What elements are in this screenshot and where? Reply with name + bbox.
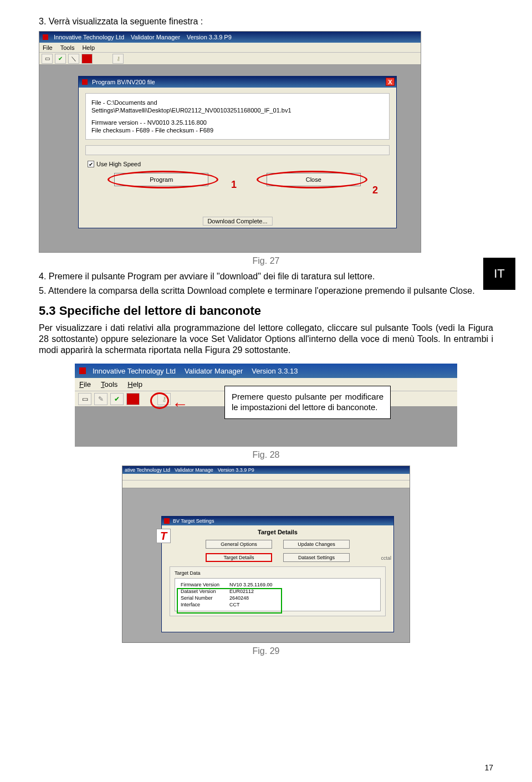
fig29-toolbar bbox=[122, 481, 410, 488]
fig29-target-title: BV Target Settings bbox=[173, 518, 214, 524]
menu-help[interactable]: Help bbox=[82, 44, 95, 51]
use-high-speed-checkbox[interactable]: ✔ bbox=[88, 161, 94, 167]
fig28-red-circle bbox=[150, 392, 169, 409]
toolbar-btn-4[interactable] bbox=[81, 54, 93, 64]
file-info-group: File - C:\Documents and Settings\P.Matta… bbox=[85, 93, 390, 140]
toolbar-btn-2[interactable]: ✔ bbox=[55, 54, 66, 64]
checksum-line: File checksum - F689 - File checksum - F… bbox=[91, 127, 383, 134]
fig28-titlebar: Innovative Technology Ltd Validator Mana… bbox=[75, 364, 457, 378]
fig27-title-company: Innovative Technology Ltd bbox=[54, 34, 124, 40]
figure-27-caption: Fig. 27 bbox=[39, 256, 493, 266]
fig28-menu-help[interactable]: Help bbox=[127, 380, 142, 389]
fig28-toolbtn-3-check-icon[interactable]: ✔ bbox=[110, 393, 124, 405]
empty-group bbox=[85, 145, 390, 155]
fig29-title-company: ative Technology Ltd bbox=[125, 467, 170, 473]
toolbar-btn-3[interactable]: ＼ bbox=[68, 54, 79, 64]
fig28-title-company: Innovative Technology Ltd bbox=[93, 367, 176, 375]
fig27-titlebar: Innovative Technology Ltd Validator Mana… bbox=[39, 32, 421, 43]
step-5: 5. Attendere la comparsa della scritta D… bbox=[51, 286, 493, 296]
fig27-title-app: Validator Manager bbox=[131, 34, 180, 40]
row-fw-key: Firmware Version bbox=[181, 582, 228, 587]
fig28-menu-tools[interactable]: Tools bbox=[101, 380, 117, 389]
fig28-title-version: Version 3.3.13 bbox=[252, 367, 298, 375]
file-line-2: Settings\P.Mattavelli\Desktop\EUR02112_N… bbox=[91, 107, 383, 114]
fig29-heading: Target Details bbox=[162, 529, 393, 535]
firmware-line: Firmware version - - NV0010 3.25.116.800 bbox=[91, 119, 383, 126]
use-high-speed-row: ✔ Use High Speed bbox=[88, 161, 387, 167]
close-icon[interactable]: X bbox=[386, 78, 395, 86]
fig27-inner-dialog: Program BV/NV200 file X File - C:\Docume… bbox=[78, 76, 397, 228]
use-high-speed-label: Use High Speed bbox=[96, 161, 141, 167]
figure-28-caption: Fig. 28 bbox=[39, 450, 493, 460]
download-complete-label: Download Complete... bbox=[202, 217, 272, 226]
figure-28-screenshot: Innovative Technology Ltd Validator Mana… bbox=[75, 364, 457, 447]
figure-27-screenshot: Innovative Technology Ltd Validator Mana… bbox=[39, 31, 421, 253]
figure-29-screenshot: ative Technology Ltd Validator Manage Ve… bbox=[122, 466, 410, 643]
fig27-title-version: Version 3.3.9 P9 bbox=[187, 34, 232, 40]
step-4-pre: 4. Premere il pulsante bbox=[39, 272, 127, 281]
step-4-program-word: Program bbox=[127, 272, 161, 281]
menu-file[interactable]: File bbox=[43, 44, 53, 51]
fig28-app-icon bbox=[79, 367, 86, 374]
fig29-target-titlebar: BV Target Settings bbox=[162, 517, 393, 525]
row-fw-val: NV10 3.25.1169.00 bbox=[229, 582, 282, 587]
fig29-tabrow-2: Target Details Dataset Settings bbox=[162, 553, 393, 562]
file-line-1: File - C:\Documents and bbox=[91, 99, 383, 106]
tab-general-options[interactable]: General Options bbox=[206, 540, 272, 549]
fig29-title-app: Validator Manage bbox=[175, 467, 213, 473]
figure-29-caption: Fig. 29 bbox=[39, 646, 493, 656]
section-5-3-heading: 5.3 Specifiche del lettore di banconote bbox=[39, 304, 493, 318]
fig29-tabrow-1: General Options Update Changes bbox=[162, 540, 393, 549]
language-badge: IT bbox=[483, 258, 515, 290]
fig29-title-version: Version 3.3.9 P9 bbox=[218, 467, 254, 473]
section-5-3-paragraph: Per visualizzare i dati relativi alla pr… bbox=[39, 323, 493, 356]
step-3: 3. Verrà visualizzata la seguente finest… bbox=[39, 17, 493, 27]
menu-tools[interactable]: Tools bbox=[60, 44, 75, 51]
red-circle-2 bbox=[257, 171, 367, 188]
fig27-inner-title: Program BV/NV200 file bbox=[92, 79, 155, 85]
red-circle-1 bbox=[108, 171, 218, 188]
tab-cctalk-cutoff: cctal bbox=[381, 555, 391, 561]
toolbar-btn-1[interactable]: ▭ bbox=[42, 54, 53, 64]
target-data-group-title: Target Data bbox=[175, 570, 381, 576]
fig28-menu-file[interactable]: File bbox=[79, 380, 91, 389]
button-row: Program Close bbox=[85, 173, 390, 186]
fig27-menubar: File Tools Help bbox=[39, 43, 421, 53]
app-icon bbox=[43, 34, 48, 40]
step-4: 4. Premere il pulsante Program per avvia… bbox=[39, 272, 493, 282]
step-4-post: per avviare il "download" dei file di ta… bbox=[161, 272, 375, 281]
fig27-inner-titlebar: Program BV/NV200 file X bbox=[79, 76, 396, 88]
fig28-toolbtn-4-tools-icon[interactable] bbox=[126, 393, 140, 405]
fig29-dialog-icon bbox=[164, 518, 170, 524]
fig28-title-app: Validator Manager bbox=[185, 367, 243, 375]
annotation-number-2: 2 bbox=[372, 185, 378, 196]
fig28-toolbtn-1[interactable]: ▭ bbox=[78, 393, 91, 405]
tab-target-details[interactable]: Target Details bbox=[206, 553, 272, 562]
tab-dataset-settings[interactable]: Dataset Settings bbox=[283, 553, 350, 562]
page-number: 17 bbox=[484, 763, 493, 772]
red-t-logo-icon: T bbox=[156, 529, 171, 543]
annotation-number-1: 1 bbox=[231, 179, 237, 191]
fig28-red-arrow-icon: ← bbox=[172, 395, 188, 413]
tab-update-changes[interactable]: Update Changes bbox=[283, 540, 350, 549]
dialog-icon bbox=[82, 79, 88, 85]
toolbar-btn-5-key-icon[interactable]: ⚷ bbox=[112, 54, 124, 64]
fig29-menubar bbox=[122, 474, 410, 481]
fig29-green-annotation-box bbox=[177, 588, 282, 614]
fig28-toolbtn-2-brush-icon[interactable]: ✎ bbox=[94, 393, 108, 405]
fig29-titlebar: ative Technology Ltd Validator Manage Ve… bbox=[122, 466, 410, 474]
fig27-toolbar: ▭ ✔ ＼ ⚷ bbox=[39, 53, 421, 65]
fig28-callout: Premere questo pulsante per modificare l… bbox=[224, 386, 391, 419]
fig29-target-window: BV Target Settings T Target Details Gene… bbox=[161, 516, 394, 632]
